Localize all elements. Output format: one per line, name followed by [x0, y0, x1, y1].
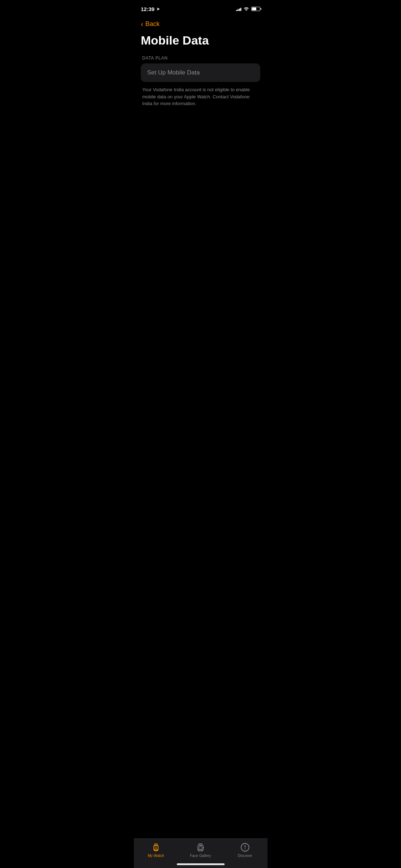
page-title: Mobile Data — [134, 31, 267, 56]
back-label: Back — [145, 20, 160, 28]
signal-bar-4 — [240, 8, 241, 11]
signal-bar-1 — [236, 10, 237, 11]
signal-bar-2 — [237, 9, 238, 11]
status-icons — [236, 6, 260, 12]
eligibility-description: Your Vodafone India account is not eligi… — [141, 86, 260, 107]
battery-fill — [252, 7, 256, 10]
time-display: 12:39 — [141, 6, 154, 12]
back-chevron-icon: ‹ — [141, 20, 143, 28]
back-button[interactable]: ‹ Back — [134, 16, 267, 31]
signal-bars-icon — [236, 7, 241, 11]
status-time: 12:39 ➤ — [141, 6, 160, 12]
battery-icon — [251, 7, 260, 11]
wifi-icon — [243, 6, 249, 12]
location-arrow-icon: ➤ — [156, 7, 160, 11]
set-up-mobile-data-button[interactable]: Set Up Mobile Data — [141, 63, 260, 82]
signal-bar-3 — [239, 9, 240, 11]
content-area: DATA PLAN Set Up Mobile Data Your Vodafo… — [134, 56, 267, 107]
section-label-data-plan: DATA PLAN — [141, 56, 260, 61]
status-bar: 12:39 ➤ — [134, 0, 267, 16]
set-up-mobile-data-label: Set Up Mobile Data — [147, 69, 200, 76]
